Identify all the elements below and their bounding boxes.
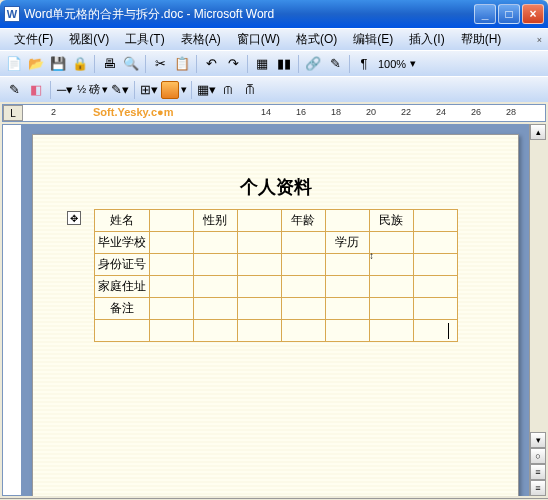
table-cell[interactable] — [193, 276, 237, 298]
table-cell[interactable] — [413, 232, 457, 254]
eraser-icon[interactable]: ◧ — [26, 80, 46, 100]
column-resize-indicator-icon[interactable]: ↕ — [369, 250, 374, 261]
redo-icon[interactable]: ↷ — [223, 54, 243, 74]
table-cell[interactable] — [237, 254, 281, 276]
cell-nation-label[interactable]: 民族 — [369, 210, 413, 232]
maximize-button[interactable]: □ — [498, 4, 520, 24]
table-cell[interactable] — [281, 254, 325, 276]
menu-tools[interactable]: 工具(T) — [117, 29, 172, 50]
document-table[interactable]: 姓名 性别 年龄 民族 毕业学校 学历 身份证号 家庭住址 备注 — [94, 209, 458, 342]
table-cell[interactable] — [149, 298, 193, 320]
hyperlink-icon[interactable]: 🔗 — [303, 54, 323, 74]
border-color-icon[interactable]: ✎▾ — [110, 80, 130, 100]
shading-color-icon[interactable] — [161, 81, 179, 99]
cell-age-label[interactable]: 年龄 — [281, 210, 325, 232]
cell-name-label[interactable]: 姓名 — [94, 210, 149, 232]
menu-format[interactable]: 格式(O) — [288, 29, 345, 50]
table-cell[interactable] — [325, 210, 369, 232]
menu-window[interactable]: 窗口(W) — [229, 29, 288, 50]
table-cell[interactable] — [369, 254, 413, 276]
document-page[interactable]: 个人资料 ✥ ↕ 姓名 性别 年龄 民族 毕业学校 学历 身份证号 家庭住址 — [32, 134, 519, 496]
table-cell[interactable] — [237, 232, 281, 254]
table-cell[interactable] — [149, 320, 193, 342]
table-cell[interactable] — [237, 210, 281, 232]
cut-icon[interactable]: ✂ — [150, 54, 170, 74]
table-cell[interactable] — [369, 298, 413, 320]
menu-file[interactable]: 文件(F) — [6, 29, 61, 50]
split-cells-icon[interactable]: ⫚ — [240, 80, 260, 100]
zoom-dropdown-icon[interactable]: ▾ — [410, 57, 416, 70]
open-icon[interactable]: 📂 — [26, 54, 46, 74]
table-cell[interactable] — [193, 254, 237, 276]
cell-school-label[interactable]: 毕业学校 — [94, 232, 149, 254]
table-cell[interactable] — [413, 276, 457, 298]
table-cell[interactable] — [237, 298, 281, 320]
table-cell[interactable] — [413, 254, 457, 276]
print-icon[interactable]: 🖶 — [99, 54, 119, 74]
table-cell[interactable] — [149, 254, 193, 276]
table-cell[interactable] — [325, 298, 369, 320]
browse-object-icon[interactable]: ○ — [530, 448, 546, 464]
table-cell[interactable] — [281, 232, 325, 254]
cell-gender-label[interactable]: 性别 — [193, 210, 237, 232]
table-cell[interactable] — [237, 320, 281, 342]
zoom-combo[interactable]: 100% — [376, 58, 408, 70]
vertical-ruler[interactable] — [2, 124, 22, 496]
scroll-up-icon[interactable]: ▴ — [530, 124, 546, 140]
columns-icon[interactable]: ▮▮ — [274, 54, 294, 74]
table-cell[interactable] — [325, 276, 369, 298]
table-cell[interactable] — [149, 232, 193, 254]
shading-dropdown-icon[interactable]: ▾ — [181, 83, 187, 96]
scroll-track[interactable] — [530, 140, 546, 432]
horizontal-ruler[interactable]: L Soft.Yesky.c●m 2 14 16 18 20 22 24 26 … — [2, 104, 546, 122]
table-cell[interactable] — [413, 298, 457, 320]
menu-view[interactable]: 视图(V) — [61, 29, 117, 50]
preview-icon[interactable]: 🔍 — [121, 54, 141, 74]
vertical-scrollbar[interactable]: ▴ ▾ ○ ≡ ≡ — [529, 124, 546, 496]
table-cell[interactable] — [369, 276, 413, 298]
table-cell[interactable] — [413, 210, 457, 232]
menu-insert[interactable]: 插入(I) — [401, 29, 452, 50]
table-move-handle-icon[interactable]: ✥ — [67, 211, 81, 225]
menu-edit[interactable]: 编辑(E) — [345, 29, 401, 50]
scroll-down-icon[interactable]: ▾ — [530, 432, 546, 448]
table-cell-cursor[interactable] — [413, 320, 457, 342]
next-page-icon[interactable]: ≡ — [530, 480, 546, 496]
merge-cells-icon[interactable]: ⫙ — [218, 80, 238, 100]
show-marks-icon[interactable]: ¶ — [354, 54, 374, 74]
minimize-button[interactable]: _ — [474, 4, 496, 24]
table-cell[interactable] — [193, 298, 237, 320]
table-cell[interactable] — [193, 232, 237, 254]
paste-icon[interactable]: 📋 — [172, 54, 192, 74]
table-cell[interactable] — [281, 298, 325, 320]
cell-address-label[interactable]: 家庭住址 — [94, 276, 149, 298]
close-button[interactable]: × — [522, 4, 544, 24]
undo-icon[interactable]: ↶ — [201, 54, 221, 74]
draw-table-icon[interactable]: ✎ — [4, 80, 24, 100]
table-cell[interactable] — [281, 320, 325, 342]
table-cell[interactable] — [325, 320, 369, 342]
menu-overflow-icon[interactable]: × — [537, 35, 542, 45]
line-weight-combo[interactable]: ½ 磅 — [77, 82, 100, 97]
table-cell[interactable] — [369, 320, 413, 342]
save-icon[interactable]: 💾 — [48, 54, 68, 74]
table-icon[interactable]: ▦ — [252, 54, 272, 74]
table-cell[interactable] — [369, 232, 413, 254]
permission-icon[interactable]: 🔒 — [70, 54, 90, 74]
new-icon[interactable]: 📄 — [4, 54, 24, 74]
table-cell[interactable] — [149, 276, 193, 298]
table-cell[interactable] — [149, 210, 193, 232]
table-cell[interactable] — [281, 276, 325, 298]
table-cell[interactable] — [94, 320, 149, 342]
cell-id-label[interactable]: 身份证号 — [94, 254, 149, 276]
table-cell[interactable] — [193, 320, 237, 342]
menu-table[interactable]: 表格(A) — [173, 29, 229, 50]
cell-education-label[interactable]: 学历 — [325, 232, 369, 254]
tab-selector-icon[interactable]: L — [3, 105, 23, 121]
menu-help[interactable]: 帮助(H) — [453, 29, 510, 50]
line-style-icon[interactable]: ─▾ — [55, 80, 75, 100]
prev-page-icon[interactable]: ≡ — [530, 464, 546, 480]
cell-remark-label[interactable]: 备注 — [94, 298, 149, 320]
table-cell[interactable] — [325, 254, 369, 276]
insert-table-icon[interactable]: ▦▾ — [196, 80, 216, 100]
